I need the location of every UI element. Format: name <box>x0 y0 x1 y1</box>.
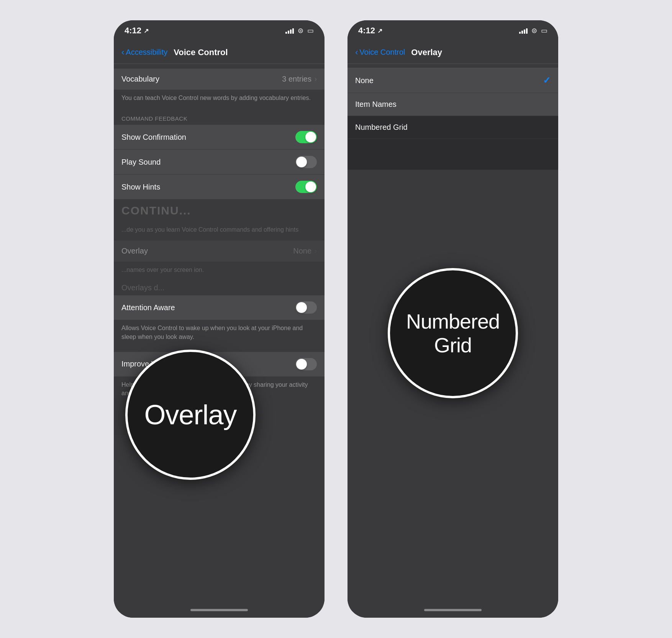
right-home-indicator <box>347 602 558 618</box>
item-names-label: Item Names <box>355 100 397 109</box>
battery-icon: ▭ <box>307 26 314 35</box>
left-back-button[interactable]: ‹ Accessibility <box>121 47 167 57</box>
vocabulary-row[interactable]: Vocabulary 3 entries › <box>114 69 325 90</box>
overlay-value: None › <box>293 247 317 255</box>
left-home-indicator <box>114 602 325 618</box>
left-status-time: 4:12 ↗ <box>125 26 149 36</box>
play-sound-label: Play Sound <box>121 158 161 167</box>
improve-toggle[interactable] <box>295 358 317 370</box>
right-home-bar <box>424 609 482 611</box>
item-names-row[interactable]: Item Names <box>347 93 558 116</box>
overlays-d-area: Overlays d... <box>114 280 325 295</box>
vocabulary-label: Vocabulary <box>121 75 159 83</box>
overlays-d-label: Overlays d... <box>121 283 164 292</box>
overlay-row[interactable]: Overlay None › <box>114 240 325 262</box>
right-time-label: 4:12 <box>358 26 375 36</box>
numbered-grid-label: Numbered Grid <box>355 123 408 132</box>
left-content: Vocabulary 3 entries › You can teach Voi… <box>114 64 325 602</box>
attention-aware-label: Attention Aware <box>121 303 175 312</box>
show-confirmation-label: Show Confirmation <box>121 133 186 142</box>
right-content: None ✓ Item Names Numbered Grid Numbered… <box>347 64 558 602</box>
left-magnify-circle: Overlay <box>125 350 256 480</box>
signal-icon <box>285 28 294 34</box>
right-status-icons: ⊜ ▭ <box>519 26 547 35</box>
right-magnify-text: Numbered Grid <box>390 309 516 357</box>
right-signal-icon <box>519 28 528 34</box>
right-chevron-left-icon: ‹ <box>355 47 358 57</box>
chevron-right-icon: › <box>315 75 317 83</box>
bottom-dark-area <box>347 139 558 170</box>
right-status-time: 4:12 ↗ <box>358 26 382 36</box>
status-icons: ⊜ ▭ <box>285 26 314 35</box>
attention-description: Allows Voice Control to wake up when you… <box>114 320 325 347</box>
right-nav-bar: ‹ Voice Control Overlay <box>347 41 558 64</box>
separator-area <box>347 170 558 177</box>
none-label: None <box>355 76 374 85</box>
show-hints-row[interactable]: Show Hints <box>114 175 325 200</box>
home-bar <box>190 609 248 611</box>
play-sound-row[interactable]: Play Sound <box>114 150 325 175</box>
right-back-button[interactable]: ‹ Voice Control <box>355 47 405 57</box>
play-sound-toggle[interactable] <box>295 156 317 168</box>
chevron-left-icon: ‹ <box>121 47 124 57</box>
right-magnify-circle: Numbered Grid <box>388 268 518 398</box>
left-status-bar: 4:12 ↗ ⊜ ▭ <box>114 20 325 41</box>
overlay-label: Overlay <box>121 247 148 255</box>
numbered-grid-row[interactable]: Numbered Grid <box>347 116 558 139</box>
right-status-bar: 4:12 ↗ ⊜ ▭ <box>347 20 558 41</box>
location-arrow-icon: ↗ <box>144 27 149 34</box>
none-option-row[interactable]: None ✓ <box>347 68 558 93</box>
show-confirmation-toggle[interactable] <box>295 131 317 143</box>
vocabulary-description: You can teach Voice Control new words by… <box>114 90 325 108</box>
vocabulary-value: 3 entries › <box>282 75 317 83</box>
wifi-icon: ⊜ <box>298 26 303 35</box>
left-back-label: Accessibility <box>126 48 167 57</box>
right-back-label: Voice Control <box>359 48 405 57</box>
left-nav-bar: ‹ Accessibility Voice Control <box>114 41 325 64</box>
left-nav-title: Voice Control <box>174 47 228 57</box>
show-confirmation-row[interactable]: Show Confirmation <box>114 125 325 150</box>
time-label: 4:12 <box>125 26 141 36</box>
right-wifi-icon: ⊜ <box>531 26 537 35</box>
attention-aware-toggle[interactable] <box>295 301 317 314</box>
hints-description: ...de you as you learn Voice Control com… <box>114 222 325 240</box>
continu-text: CONTINU... <box>114 200 325 222</box>
attention-aware-row[interactable]: Attention Aware <box>114 295 325 320</box>
left-phone: 4:12 ↗ ⊜ ▭ ‹ Accessibility Voice Control… <box>114 20 325 618</box>
command-feedback-header: COMMAND FEEDBACK <box>114 108 325 125</box>
checkmark-icon: ✓ <box>543 75 551 86</box>
right-phone: 4:12 ↗ ⊜ ▭ ‹ Voice Control Overlay None <box>347 20 558 618</box>
left-magnify-text: Overlay <box>144 399 236 430</box>
right-battery-icon: ▭ <box>541 26 547 35</box>
show-hints-label: Show Hints <box>121 183 160 191</box>
right-location-arrow-icon: ↗ <box>377 27 382 34</box>
overlays-description: ...names over your screen ion. <box>114 262 325 280</box>
chevron-right-icon-2: › <box>315 247 317 255</box>
right-nav-title: Overlay <box>411 47 442 57</box>
show-hints-toggle[interactable] <box>295 181 317 193</box>
continu-area: CONTINU... ...de you as you learn Voice … <box>114 200 325 240</box>
